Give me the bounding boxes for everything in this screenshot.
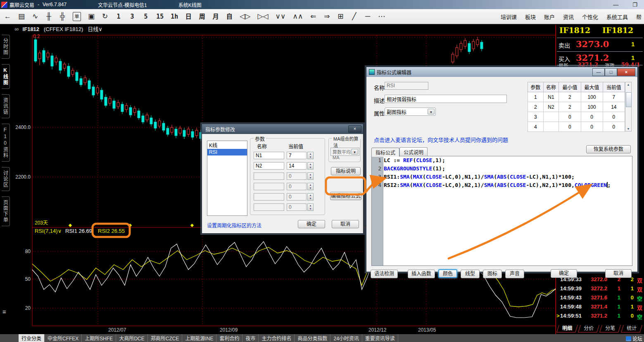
period-1h-button[interactable]: 1h [171, 12, 178, 21]
link-icon[interactable]: ∞ [14, 26, 19, 32]
grid-layout-icon[interactable]: ⊞ [337, 12, 344, 21]
indicator-list[interactable]: K线RSI [207, 141, 247, 216]
name-field[interactable]: RSI [385, 82, 428, 90]
indicator-list-item-K线[interactable]: K线 [207, 141, 247, 149]
param-table[interactable]: 参数名称最小值最大值当前值1N1210072N221001430004000 [528, 82, 625, 132]
compress-bars-icon[interactable]: ◁▷ [240, 12, 250, 21]
param-name-field[interactable] [254, 203, 284, 211]
period-day-button[interactable]: 日 [185, 12, 192, 21]
sidebar-menu-icon[interactable]: ≡ [2, 308, 6, 315]
scroll-up-icon[interactable]: ∧∧ [292, 12, 303, 21]
timeline-chart-icon[interactable]: ∿ [32, 12, 38, 21]
quote-board-icon[interactable]: ▤ [18, 12, 25, 21]
menu-板块[interactable]: 板块 [525, 13, 536, 21]
param-table-row[interactable]: 4000 [528, 122, 625, 132]
param-table-scrollbar[interactable]: ▲▼ [625, 82, 632, 132]
minimize-button[interactable]: — [613, 2, 618, 8]
indicator-list-item-RSI[interactable]: RSI [207, 149, 247, 155]
ma-algorithm-select[interactable]: 算数平均MA▼ [330, 148, 359, 156]
menu-系统工具[interactable]: 系统工具 [606, 13, 628, 21]
formula-code-editor[interactable]: 1LC := REF(CLOSE,1);2BACKGROUNDSTYLE(1);… [371, 156, 632, 266]
bottom-tab[interactable]: 24小时资讯 [330, 334, 362, 342]
editor-ok-button[interactable]: 确定 [551, 269, 577, 278]
code-line[interactable]: 3RSI1:SMA(MAX(CLOSE-LC,0),N1,1)/SMA(ABS(… [372, 173, 632, 181]
back-icon[interactable]: ← [4, 12, 11, 21]
page-left-icon[interactable]: ⇐ [310, 12, 316, 21]
bottom-tab[interactable]: 上期能源INE [182, 334, 216, 342]
sidebar-tab-页面下单[interactable]: 页面下单 [2, 196, 10, 226]
kline-chart-icon[interactable]: ╫ [45, 12, 52, 21]
mylanguage-forum-link[interactable]: 点击进入麦语言论坛，向文华技术人员提问你遇到的问题 [374, 136, 508, 143]
bottom-tab[interactable]: 行业分类 [19, 334, 45, 342]
sound-button[interactable]: 声音 [505, 270, 524, 278]
tick-tab-明细[interactable]: 明细 [556, 325, 578, 332]
period-week-button[interactable]: 周 [199, 12, 205, 21]
periodic-indicator-link[interactable]: 设置周期化指标区的方法 [207, 222, 261, 229]
icon-button[interactable]: 图标 [483, 270, 502, 278]
tick-row[interactable]: 14:59:393272.211双 [556, 285, 644, 294]
tick-tab-分价[interactable]: 分价 [578, 325, 599, 332]
ask-price[interactable]: 3273.0 [576, 39, 609, 49]
period-5-button[interactable]: 5 [143, 12, 149, 21]
attribute-select[interactable]: 副图指标▼ [385, 108, 436, 116]
bottom-tab[interactable]: 重要资讯导读 [362, 334, 398, 342]
editor-tab-公式说明[interactable]: 公式说明 [399, 147, 428, 156]
param-table-row[interactable]: 1N121007 [528, 92, 625, 102]
sidebar-tab-K线图[interactable]: K线图 [2, 64, 10, 89]
draw-line-icon[interactable]: ╱ [351, 12, 357, 21]
period-selector[interactable]: 日线 [88, 26, 98, 32]
editor-minimize-button[interactable]: — [592, 68, 605, 76]
period-1-button[interactable]: 1 [115, 12, 122, 21]
param-name-field[interactable] [254, 172, 284, 180]
color-button[interactable]: 颜色 [438, 269, 457, 278]
line-style-button[interactable]: 线型 [461, 270, 480, 278]
indicator-help-button[interactable]: 指标说明 [331, 167, 361, 175]
param-table-row[interactable]: 2N2210014 [528, 102, 625, 112]
bottom-tab[interactable]: 套利合约 [216, 334, 242, 342]
param-name-field[interactable] [254, 193, 284, 201]
period-3-button[interactable]: 3 [129, 12, 135, 21]
param-spinner[interactable]: ▲▼ [307, 162, 314, 170]
sidebar-tab-F10资料[interactable]: F10资料 [2, 124, 10, 162]
editor-dialog-titlebar[interactable]: 指标公式编辑器 — □ × [366, 67, 637, 77]
bottom-tab[interactable]: 夜市 [242, 334, 259, 342]
editor-maximize-button[interactable]: □ [605, 68, 617, 76]
menu-培训课[interactable]: 培训课 [501, 13, 517, 21]
editor-close-button[interactable]: × [617, 68, 635, 76]
menu-帮[interactable]: 帮 [636, 13, 642, 21]
indicator-window-icon[interactable]: ╬ [59, 12, 66, 21]
code-line[interactable]: 4RSI2:SMA(MAX(CLOSE-LC,0),N2,1)/SMA(ABS(… [372, 181, 632, 189]
tick-row[interactable]: 14:59:483271.411双 [556, 304, 644, 313]
param-ok-button[interactable]: 确定 [298, 220, 325, 228]
restore-button[interactable]: ❐ [632, 2, 637, 8]
syntax-check-button[interactable]: 语法检测 [371, 270, 398, 278]
param-spinner[interactable]: ▲▼ [307, 183, 314, 190]
bottom-tab[interactable]: 商品分类指数 [295, 334, 330, 342]
bottom-tab[interactable]: 主力合约排名 [259, 334, 295, 342]
tick-row[interactable]: >14:59:513271.210空 [556, 313, 644, 322]
horizontal-line-icon[interactable]: ─ [364, 12, 371, 21]
bottom-tab[interactable]: 大商所DCE [116, 334, 147, 342]
symbol-bar[interactable]: ∞ IF1812 (CFFEX IF1812) 日线∨ [14, 25, 102, 33]
param-value-field[interactable]: 0 [287, 172, 307, 180]
param-name-field[interactable]: N1 [254, 152, 284, 159]
param-value-field[interactable]: 14 [287, 162, 307, 170]
tick-row[interactable]: 14:59:433271.610空 [556, 294, 644, 304]
param-value-field[interactable]: 0 [287, 183, 307, 190]
menu-资讯[interactable]: 资讯 [563, 13, 574, 21]
scroll-down-icon[interactable]: ∨∨ [276, 12, 286, 21]
insert-function-button[interactable]: 插入函数 [408, 270, 435, 278]
editor-tab-指标公式[interactable]: 指标公式 [371, 148, 399, 157]
sidebar-tab-讨论区[interactable]: 讨论区 [2, 167, 10, 191]
page-right-icon[interactable]: ⇒ [323, 12, 330, 21]
refresh-icon[interactable]: ↻ [102, 12, 108, 21]
param-dialog-close-button[interactable]: × [348, 125, 361, 133]
param-spinner[interactable]: ▲▼ [307, 152, 314, 159]
param-name-field[interactable] [254, 183, 284, 190]
forum-link[interactable]: 论坛 [626, 335, 642, 342]
code-line[interactable]: 1LC := REF(CLOSE,1); [372, 156, 632, 165]
period-month-button[interactable]: 月 [212, 12, 219, 21]
sidebar-tab-资讯链[interactable]: 资讯链 [2, 94, 10, 118]
param-table-row[interactable]: 3000 [528, 112, 625, 122]
save-icon[interactable]: ▣ [88, 12, 95, 21]
